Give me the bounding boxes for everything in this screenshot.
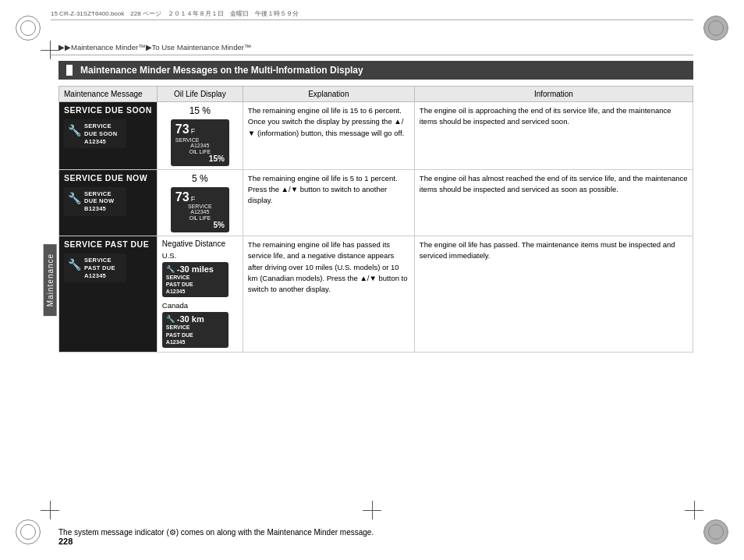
row3-ca-neg-display: 🔧 -30 km SERVICE PAST DUE A12345 [162, 312, 229, 347]
section-title: Maintenance Minder Messages on the Multi… [58, 61, 693, 80]
table-row: SERVICE DUE SOON 🔧 SERVICE DUE SOON A123… [59, 102, 693, 170]
row3-ca-neg-val: -30 km [177, 314, 204, 324]
row3-explanation: The remaining engine oil life has passed… [243, 236, 414, 353]
row2-temp-unit: F [191, 195, 196, 203]
row1-svc-msg-box: 🔧 SERVICE DUE SOON A12345 [64, 119, 126, 148]
row2-temp-val: 73 [175, 190, 190, 204]
wrench-icon-row1: 🔧 [68, 124, 81, 136]
row1-oil-life-cell: 15 % 73 F SERVICE A12345 OIL LIFE 15% [157, 102, 243, 170]
row3-ca-svc-text: SERVICE PAST DUE A12345 [166, 324, 225, 345]
row2-information: The engine oil has almost reached the en… [414, 169, 693, 236]
row1-temp-unit: F [191, 127, 196, 135]
section-title-text: Maintenance Minder Messages on the Multi… [80, 65, 363, 76]
top-header: 15 CR-Z-31SZT6400.book 228 ページ ２０１４年８月１日… [51, 9, 693, 20]
row2-code-lbl: A12345 [175, 209, 225, 214]
row2-label-cell: SERVICE DUE NOW 🔧 SERVICE DUE NOW B12345 [59, 169, 158, 236]
col-header-explanation: Explanation [243, 87, 414, 102]
row3-us-neg-val: -30 miles [177, 264, 214, 274]
breadcrumb-divider [51, 55, 693, 55]
col-header-information: Information [414, 87, 693, 102]
row1-service-lbl: SERVICE [175, 137, 200, 143]
row3-information: The engine oil life has passed. The main… [414, 236, 693, 353]
corner-decoration-tl [16, 16, 41, 41]
row2-svc-msg-box: 🔧 SERVICE DUE NOW B12345 [64, 187, 126, 216]
row1-oil-display: 73 F SERVICE A12345 OIL LIFE 15% [171, 119, 229, 166]
footnote: The system message indicator (⚙) comes o… [58, 528, 374, 537]
crosshair-tl [41, 41, 59, 59]
row1-label-cell: SERVICE DUE SOON 🔧 SERVICE DUE SOON A123… [59, 102, 158, 170]
main-content: Maintenance Minder Messages on the Multi… [58, 61, 693, 517]
corner-decoration-tr [703, 16, 728, 41]
row3-label-header: SERVICE PAST DUE [64, 239, 152, 249]
row2-oil-life-cell: 5 % 73 F SERVICE A12345 OIL LIFE 5% [157, 169, 243, 236]
row1-information: The engine oil is approaching the end of… [414, 102, 693, 170]
row2-service-lbl: SERVICE [175, 204, 225, 209]
wrench-icon-row2: 🔧 [68, 192, 81, 204]
row1-temp-val: 73 [175, 122, 190, 136]
section-title-bar [66, 65, 73, 76]
col-header-oil-life: Oil Life Display [157, 87, 243, 102]
row3-svc-msg-box: 🔧 SERVICE PAST DUE A12345 [64, 253, 126, 282]
breadcrumb: ▶▶Maintenance Minder™▶To Use Maintenance… [58, 43, 251, 51]
row3-us-neg-display: 🔧 -30 miles SERVICE PAST DUE A12345 [162, 262, 229, 297]
wrench-icon-ca: 🔧 [166, 315, 175, 323]
row1-label-header: SERVICE DUE SOON [64, 105, 152, 115]
row1-svc-text: SERVICE DUE SOON A12345 [84, 122, 117, 145]
row1-code-lbl: A12345 [175, 143, 225, 148]
row2-oil-life-val: 5% [175, 221, 225, 229]
row2-oil-life-label: OIL LIFE [175, 215, 225, 221]
row3-us-svc-text: SERVICE PAST DUE A12345 [166, 274, 225, 295]
row3-canada-label: Canada [162, 301, 238, 310]
crosshair-bl [41, 501, 59, 519]
wrench-icon-row3: 🔧 [68, 258, 81, 271]
row1-oil-life-val: 15% [175, 154, 225, 163]
row3-label-cell: SERVICE PAST DUE 🔧 SERVICE PAST DUE A123… [59, 236, 158, 353]
row3-neg-dist-label: Negative Distance [162, 239, 238, 248]
side-label: Maintenance [44, 244, 57, 316]
corner-decoration-br [703, 519, 728, 544]
row2-label-header: SERVICE DUE NOW [64, 173, 152, 183]
maintenance-table: Maintenance Message Oil Life Display Exp… [58, 86, 693, 353]
corner-decoration-bl [16, 519, 41, 544]
page-number: 228 [58, 537, 73, 546]
row2-oil-pct: 5 % [162, 173, 238, 184]
row1-oil-pct: 15 % [162, 105, 238, 116]
row3-oil-life-cell: Negative Distance U.S. 🔧 -30 miles SERVI… [157, 236, 243, 353]
row1-explanation: The remaining engine oil life is 15 to 6… [243, 102, 414, 170]
wrench-icon-us: 🔧 [166, 265, 175, 273]
row3-us-label: U.S. [162, 251, 238, 260]
row2-oil-display: 73 F SERVICE A12345 OIL LIFE 5% [171, 187, 229, 233]
row2-explanation: The remaining engine oil life is 5 to 1 … [243, 169, 414, 236]
table-row: SERVICE PAST DUE 🔧 SERVICE PAST DUE A123… [59, 236, 693, 353]
row3-svc-text: SERVICE PAST DUE A12345 [84, 257, 115, 279]
col-header-message: Maintenance Message [59, 87, 158, 102]
table-row: SERVICE DUE NOW 🔧 SERVICE DUE NOW B12345 [59, 169, 693, 236]
row1-oil-life-label: OIL LIFE [175, 149, 225, 154]
row2-svc-text: SERVICE DUE NOW B12345 [84, 190, 114, 213]
